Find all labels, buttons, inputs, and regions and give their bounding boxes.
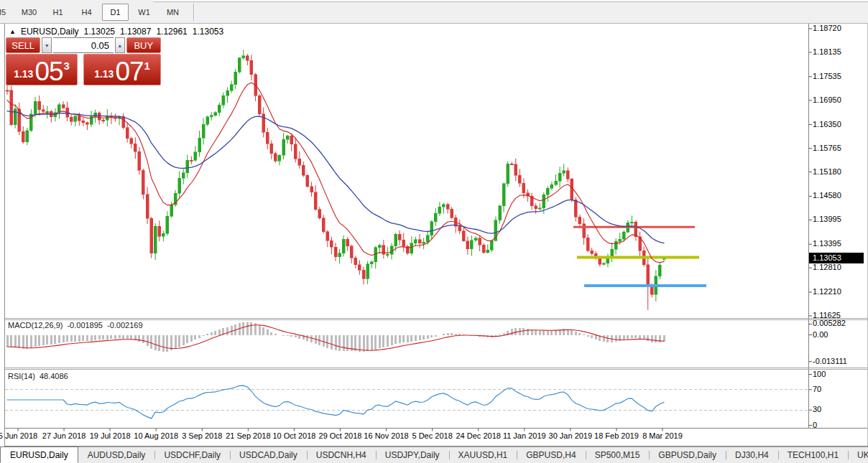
date-axis-label: 16 Nov 2018 [364,431,408,440]
price-axis-label: 1.16950 [813,95,841,104]
chart-tab-usdcad-daily[interactable]: USDCAD,Daily [230,447,307,463]
date-axis-label: 5 Jun 2018 [0,431,37,440]
chart-tab-eurusd-daily[interactable]: EURUSD,Daily [0,446,78,463]
title-low: 1.12961 [156,27,187,37]
sell-price-sup: 3 [64,60,70,72]
date-axis-label: 10 Oct 2018 [272,431,315,440]
lot-decrease-button[interactable]: ▼ [42,37,52,53]
price-axis-label: 1.14580 [813,191,841,200]
macd-value-signal: -0.002169 [107,321,143,329]
title-high: 1.13087 [120,27,151,37]
date-axis-label: 11 Jan 2019 [503,431,546,440]
chart-tab-ukc[interactable]: UKC [848,447,868,463]
rsi-name: RSI(14) [8,372,35,380]
buy-price-main: 1.13 [94,69,114,83]
chart-tab-usdcnh-h4[interactable]: USDCNH,H4 [307,447,376,463]
title-symbol: EURUSD,Daily [21,27,79,37]
sell-price-big: 05 [34,61,63,83]
timeframe-buttons: M5M30H1H4D1W1MN [0,4,199,21]
macd-value-main: -0.001895 [67,321,103,329]
lot-size-input[interactable] [53,37,114,53]
chart-tabs: EURUSD,DailyAUDUSD,DailyUSDCHF,DailyUSDC… [0,447,868,463]
date-axis-label: 3 Sep 2018 [182,431,222,440]
date-axis-label: 8 Mar 2019 [642,431,683,440]
date-axis-label: 29 Oct 2018 [319,431,362,440]
current-price-tag: 1.13053 [809,253,864,263]
price-axis-label: 1.12810 [813,263,841,271]
price-axis-label: 1.18135 [813,47,841,56]
timeframe-button-w1[interactable]: W1 [131,4,157,21]
price-axis-label: 1.15180 [813,167,841,176]
price-axis-label: 1.11625 [813,311,841,319]
rsi-scale-label: 30 [813,405,821,413]
mt4-terminal: M5M30H1H4D1W1MN ▲ EURUSD,Daily 1.13025 1… [0,0,868,463]
date-axis-label: 19 Jul 2018 [90,431,131,440]
buy-price-sup: 1 [144,60,150,72]
sell-button[interactable]: SELL [6,37,40,53]
rsi-value: 48.4086 [40,372,68,380]
date-axis-label: 21 Sep 2018 [226,431,270,440]
price-axis-label: 1.17535 [813,72,841,80]
timeframe-button-h1[interactable]: H1 [45,4,71,21]
timeframe-toolbar: M5M30H1H4D1W1MN [0,0,868,24]
chart-tab-usdchf-daily[interactable]: USDCHF,Daily [154,447,230,463]
rsi-scale-label: 0 [813,421,817,429]
lot-increase-button[interactable]: ▲ [115,37,125,53]
macd-scale-label: 0.005282 [813,319,846,327]
macd-label: MACD(12,26,9) -0.001895 -0.002169 [8,321,143,329]
chart-tab-gbpusd-daily[interactable]: GBPUSD,Daily [649,447,726,463]
date-axis-label: 30 Jan 2019 [549,431,593,440]
chart-tab-gbpusd-h4[interactable]: GBPUSD,H4 [517,447,585,463]
title-close: 1.13053 [193,27,223,37]
timeframe-button-h4[interactable]: H4 [73,4,100,21]
toolbar-separator [193,4,194,21]
one-click-trading-panel: SELL ▼ ▲ BUY 1.13 05 3 1.13 07 1 [6,37,161,85]
date-axis-label: 5 Dec 2018 [412,431,452,440]
price-axis-label: 1.15765 [813,144,841,152]
buy-price-button[interactable]: 1.13 07 1 [83,54,161,85]
chart-tab-usdjpy-daily[interactable]: USDJPY,Daily [376,447,449,463]
rsi-scale-label: 100 [813,370,826,378]
sell-price-button[interactable]: 1.13 05 3 [6,54,78,85]
chart-tab-bar: EURUSD,DailyAUDUSD,DailyUSDCHF,DailyUSDC… [0,446,868,463]
timeframe-button-d1[interactable]: D1 [102,4,129,21]
price-axis-label: 1.12210 [813,287,841,296]
toolbar-row-fragment [153,0,868,2]
chart-window-title: ▲ EURUSD,Daily 1.13025 1.13087 1.12961 1… [9,27,223,37]
chart-tab-tech100-h1[interactable]: TECH100,H1 [778,447,848,463]
title-open: 1.13025 [84,27,115,37]
date-axis-label: 27 Jun 2018 [42,431,86,440]
window-collapse-icon[interactable]: ▲ [9,28,16,35]
price-axis-label: 1.18720 [813,24,841,32]
date-axis-label: 18 Feb 2019 [594,431,639,440]
macd-scale-label: 0.00 [813,330,828,339]
date-axis-label: 10 Aug 2018 [134,431,178,440]
chart-frames [5,24,868,446]
price-axis-label: 1.13395 [813,239,841,248]
timeframe-button-mn[interactable]: MN [160,4,186,21]
price-axis-label: 1.13995 [813,215,841,223]
buy-price-big: 07 [115,61,143,83]
timeframe-button-m5[interactable]: M5 [0,4,14,21]
rsi-label: RSI(14) 48.4086 [8,372,68,380]
macd-scale-label: -0.013111 [813,357,847,365]
chart-tab-audusd-daily[interactable]: AUDUSD,Daily [78,447,155,463]
chart-tab-sp500-m15[interactable]: SP500,M15 [586,447,650,463]
rsi-scale-label: 70 [813,385,821,393]
timeframe-button-m30[interactable]: M30 [16,4,42,21]
sell-price-main: 1.13 [14,69,33,83]
date-axis-label: 24 Dec 2018 [456,431,500,440]
chart-tab-xauusd-h1[interactable]: XAUUSD,H1 [449,447,517,463]
price-axis-label: 1.16350 [813,120,841,128]
buy-button[interactable]: BUY [126,37,161,53]
macd-name: MACD(12,26,9) [8,321,63,329]
chart-tab-dj30-h4[interactable]: DJ30,H4 [726,447,778,463]
